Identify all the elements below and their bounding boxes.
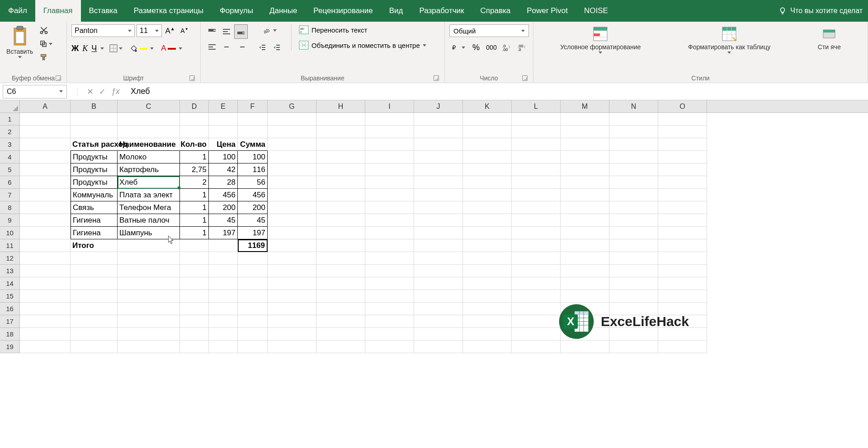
row-header[interactable]: 9 [0, 214, 20, 227]
alignment-launcher[interactable] [434, 75, 439, 81]
cell[interactable] [658, 201, 707, 214]
row-header[interactable]: 13 [0, 265, 20, 277]
cell[interactable] [238, 290, 268, 303]
cell[interactable] [118, 290, 180, 303]
cell[interactable] [365, 113, 414, 126]
cell[interactable] [512, 290, 561, 303]
fill-color-button[interactable] [128, 42, 156, 54]
cell[interactable]: 2,75 [180, 163, 209, 176]
row-header[interactable]: 10 [0, 227, 20, 239]
cell[interactable]: 28 [209, 176, 238, 189]
col-header[interactable]: J [414, 100, 463, 112]
cell[interactable] [118, 341, 180, 353]
cell[interactable]: Гигиена [71, 227, 118, 239]
cell[interactable] [268, 201, 316, 214]
cell[interactable] [118, 265, 180, 277]
cell[interactable]: Продукты [71, 176, 118, 189]
wrap-text-button[interactable]: abc Переносить текст [297, 24, 428, 35]
cell[interactable] [268, 113, 316, 126]
cell[interactable] [180, 239, 209, 252]
cell[interactable] [20, 138, 71, 151]
cell[interactable] [20, 239, 71, 252]
cell[interactable] [20, 151, 71, 163]
cell[interactable] [463, 113, 512, 126]
row-header[interactable]: 1 [0, 113, 20, 126]
cell[interactable] [209, 239, 238, 252]
cell[interactable] [20, 315, 71, 328]
increase-font-button[interactable]: A▲ [164, 25, 176, 37]
cell[interactable] [209, 126, 238, 138]
cell[interactable] [609, 341, 658, 353]
tab-insert[interactable]: Вставка [81, 0, 126, 22]
increase-decimal-button[interactable]: .0.00 [500, 42, 513, 53]
cell[interactable] [118, 252, 180, 265]
decrease-decimal-button[interactable]: .00.0 [516, 42, 528, 53]
cell[interactable] [561, 126, 609, 138]
cell[interactable]: Шампунь [118, 227, 180, 239]
cell[interactable] [365, 252, 414, 265]
cell[interactable] [316, 227, 365, 239]
cell[interactable] [365, 239, 414, 252]
cell[interactable] [609, 113, 658, 126]
cell[interactable]: 200 [209, 201, 238, 214]
col-header[interactable]: B [71, 100, 118, 112]
cell[interactable] [658, 227, 707, 239]
cell-styles-button[interactable]: Сти яче [816, 24, 843, 51]
row-header[interactable]: 18 [0, 328, 20, 341]
decrease-font-button[interactable]: A▼ [178, 25, 191, 37]
cell[interactable] [71, 252, 118, 265]
cell[interactable] [316, 214, 365, 227]
cell[interactable] [512, 138, 561, 151]
cell[interactable] [365, 315, 414, 328]
cell[interactable] [414, 252, 463, 265]
cell[interactable] [658, 265, 707, 277]
row-header[interactable]: 6 [0, 176, 20, 189]
cell[interactable] [609, 126, 658, 138]
cell[interactable]: Телефон Мега [118, 201, 180, 214]
cell[interactable] [365, 214, 414, 227]
cell[interactable] [268, 252, 316, 265]
cell[interactable] [268, 214, 316, 227]
italic-button[interactable]: К [82, 44, 88, 53]
col-header[interactable]: A [20, 100, 71, 112]
cell[interactable] [316, 277, 365, 290]
cell[interactable] [512, 227, 561, 239]
cell[interactable] [561, 265, 609, 277]
cell[interactable] [238, 113, 268, 126]
font-color-button[interactable]: А [159, 42, 184, 54]
cell[interactable] [609, 176, 658, 189]
accept-formula-button[interactable]: ✓ [99, 87, 106, 97]
cut-button[interactable] [38, 24, 50, 36]
cell[interactable] [365, 277, 414, 290]
cell[interactable] [71, 290, 118, 303]
cell[interactable] [365, 126, 414, 138]
cell[interactable] [238, 252, 268, 265]
cell[interactable] [463, 176, 512, 189]
col-header[interactable]: N [609, 100, 658, 112]
cell[interactable] [463, 277, 512, 290]
cell[interactable] [365, 176, 414, 189]
cell[interactable] [561, 189, 609, 201]
cell[interactable] [20, 201, 71, 214]
cell[interactable] [20, 163, 71, 176]
cell[interactable] [658, 290, 707, 303]
cell[interactable] [316, 113, 365, 126]
row-header[interactable]: 12 [0, 252, 20, 265]
cell[interactable] [238, 328, 268, 341]
cell[interactable] [512, 113, 561, 126]
cell[interactable] [316, 315, 365, 328]
cell[interactable] [414, 113, 463, 126]
cell[interactable] [414, 214, 463, 227]
cell[interactable] [209, 315, 238, 328]
cell[interactable] [180, 303, 209, 315]
row-header[interactable]: 2 [0, 126, 20, 138]
cell[interactable] [414, 290, 463, 303]
cell[interactable] [209, 277, 238, 290]
cell[interactable] [463, 227, 512, 239]
cell[interactable] [658, 163, 707, 176]
cell[interactable] [180, 265, 209, 277]
cell[interactable] [658, 138, 707, 151]
cell[interactable] [609, 201, 658, 214]
cell[interactable]: 1 [180, 151, 209, 163]
clipboard-launcher[interactable] [56, 75, 61, 81]
